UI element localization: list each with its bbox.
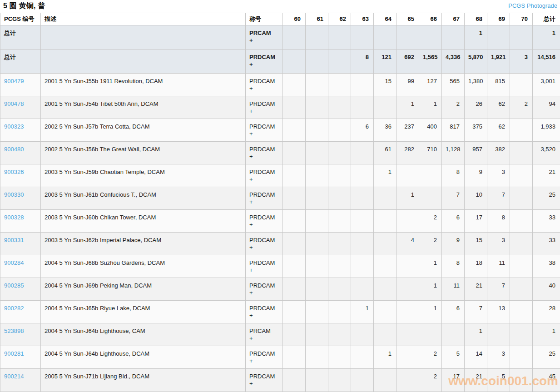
pcgs-number-link[interactable]: 900330 — [4, 191, 24, 198]
col-header-grade-67: 67 — [442, 13, 465, 25]
designation: PRDCAM + — [246, 369, 283, 392]
col-header-grade-66: 66 — [419, 13, 442, 25]
grade-67-count — [442, 25, 465, 50]
photograde-link[interactable]: PCGS Photograde — [508, 2, 557, 9]
pcgs-number-link[interactable]: 900214 — [4, 373, 24, 380]
grade-65-count — [396, 210, 419, 233]
col-header-grade-70: 70 — [510, 13, 533, 25]
grade-66-count: 2 — [419, 369, 442, 392]
pcgs-number-link[interactable]: 900479 — [4, 78, 24, 84]
grade-66-count: 1,565 — [419, 50, 442, 74]
grade-65-count — [396, 369, 419, 392]
pcgs-number-link[interactable]: 900281 — [4, 350, 24, 357]
grade-61-count — [306, 74, 328, 96]
total-count: 94 — [533, 96, 560, 119]
grade-65-count — [396, 255, 419, 278]
grade-63-count — [351, 187, 374, 210]
grade-62-count — [328, 164, 351, 187]
grade-61-count — [306, 164, 328, 187]
grade-60-count — [283, 25, 306, 50]
grade-69-count — [487, 25, 510, 50]
pcgs-number-link[interactable]: 900326 — [4, 169, 24, 175]
grade-64-count — [374, 255, 396, 278]
grade-68-count: 14 — [465, 346, 487, 369]
grade-60-count — [283, 346, 306, 369]
grade-66-count: 1 — [419, 301, 442, 323]
total-count: 25 — [533, 346, 560, 369]
grade-65-count: 99 — [396, 74, 419, 96]
grade-64-count: 15 — [374, 74, 396, 96]
pcgs-number-link[interactable]: 900328 — [4, 214, 24, 221]
grade-60-count — [283, 255, 306, 278]
col-header-grade-60: 60 — [283, 13, 306, 25]
grade-60-count — [283, 301, 306, 323]
grade-70-count — [510, 142, 533, 164]
col-header-grade-69: 69 — [487, 13, 510, 25]
grade-65-count: 4 — [396, 233, 419, 255]
grade-66-count: 2 — [419, 210, 442, 233]
coin-description: 2003 5 Yn Sun-J62b Imperial Palace, DCAM — [41, 233, 246, 255]
pcgs-number-link[interactable]: 900323 — [4, 123, 24, 130]
pcgs-number-link[interactable]: 523898 — [4, 327, 24, 334]
designation: PRDCAM + — [246, 119, 283, 142]
grade-65-count — [396, 301, 419, 323]
table-row: 9003262003 5 Yn Sun-J59b Chaotian Temple… — [0, 164, 560, 187]
grade-70-count — [510, 255, 533, 278]
pcgs-number-link[interactable]: 900285 — [4, 282, 24, 289]
table-row: 9002822004 5 Yn Sun-J65b Riyue Lake, DCA… — [0, 301, 560, 323]
grade-65-count — [396, 164, 419, 187]
pcgs-number-link[interactable]: 900331 — [4, 237, 24, 243]
grade-66-count: 400 — [419, 119, 442, 142]
grade-63-count — [351, 25, 374, 50]
grade-65-count — [396, 323, 419, 346]
pcgs-number-link[interactable]: 900480 — [4, 146, 24, 153]
grade-66-count: 1 — [419, 255, 442, 278]
pcgs-number-link[interactable]: 900284 — [4, 259, 24, 266]
coin-description — [41, 25, 246, 50]
grade-70-count — [510, 210, 533, 233]
col-header-grade-64: 64 — [374, 13, 396, 25]
grade-69-count: 1,921 — [487, 50, 510, 74]
grade-70-count — [510, 187, 533, 210]
grade-61-count — [306, 233, 328, 255]
grade-64-count: 1 — [374, 164, 396, 187]
col-header-total: 总计 — [533, 13, 560, 25]
pcgs-number-link[interactable]: 900478 — [4, 100, 24, 107]
table-row: 9002812004 5 Yn Sun-J64b Lighthouse, DCA… — [0, 346, 560, 369]
grade-62-count — [328, 50, 351, 74]
pcgs-number-link[interactable]: 900282 — [4, 305, 24, 312]
grade-61-count — [306, 255, 328, 278]
coin-description: 2002 5 Yn Sun-J57b Terra Cotta, DCAM — [41, 119, 246, 142]
grade-63-count — [351, 255, 374, 278]
grade-63-count — [351, 210, 374, 233]
grade-67-count: 4,336 — [442, 50, 465, 74]
coin-description: 2004 5 Yn Sun-J64b Lighthouse, DCAM — [41, 346, 246, 369]
grade-67-count: 565 — [442, 74, 465, 96]
grade-66-count — [419, 323, 442, 346]
grade-60-count — [283, 119, 306, 142]
grade-63-count — [351, 142, 374, 164]
grade-66-count: 1 — [419, 96, 442, 119]
total-count: 1 — [533, 25, 560, 50]
grade-69-count: 3 — [487, 164, 510, 187]
grade-67-count: 8 — [442, 164, 465, 187]
grade-69-count: 5 — [487, 369, 510, 392]
pcgs-number-cell: 900281 — [0, 346, 41, 369]
grade-61-count — [306, 25, 328, 50]
grade-68-count: 5,870 — [465, 50, 487, 74]
grade-67-count: 8 — [442, 255, 465, 278]
grade-69-count: 3 — [487, 233, 510, 255]
table-row: 9004782001 5 Yn Sun-J54b Tibet 50th Ann,… — [0, 96, 560, 119]
grade-69-count: 3 — [487, 346, 510, 369]
grade-67-count: 7 — [442, 187, 465, 210]
grade-62-count — [328, 96, 351, 119]
grade-65-count: 1 — [396, 96, 419, 119]
grade-61-count — [306, 96, 328, 119]
total-count: 21 — [533, 164, 560, 187]
designation: PRCAM + — [246, 323, 283, 346]
total-count: 1 — [533, 323, 560, 346]
grade-62-count — [328, 142, 351, 164]
grade-61-count — [306, 210, 328, 233]
table-row: 9003282003 5 Yn Sun-J60b Chikan Tower, D… — [0, 210, 560, 233]
total-row-label: 总计 — [0, 25, 41, 50]
